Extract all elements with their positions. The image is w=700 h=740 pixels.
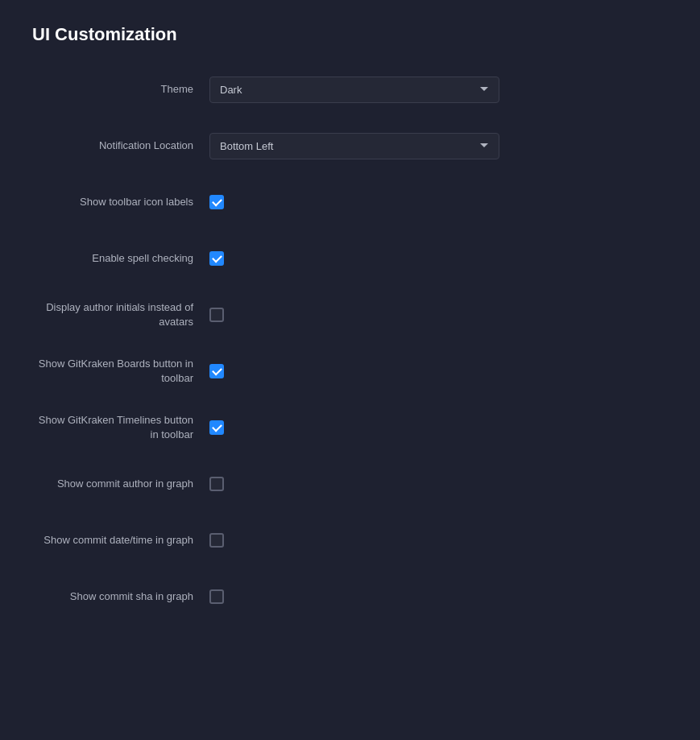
commit-sha-control (209, 589, 532, 604)
commit-datetime-label: Show commit date/time in graph (32, 533, 209, 548)
spell-checking-checkbox-wrapper[interactable] (209, 251, 224, 266)
commit-sha-row: Show commit sha in graph (32, 577, 532, 617)
gitkraken-timelines-control (209, 420, 532, 435)
commit-author-control (209, 477, 532, 491)
author-initials-control (209, 308, 532, 322)
gitkraken-timelines-checkbox-wrapper[interactable] (209, 420, 224, 435)
commit-sha-label: Show commit sha in graph (32, 589, 209, 604)
commit-author-label: Show commit author in graph (32, 477, 209, 491)
gitkraken-boards-control (209, 364, 532, 378)
commit-datetime-checkbox[interactable] (209, 533, 224, 548)
spell-checking-label: Enable spell checking (32, 251, 209, 266)
theme-select[interactable]: Dark Light System Default (209, 76, 499, 103)
author-initials-row: Display author initials instead of avata… (32, 295, 532, 335)
notification-location-label: Notification Location (32, 138, 209, 153)
gitkraken-boards-checkbox[interactable] (209, 364, 224, 378)
theme-row: Theme Dark Light System Default (32, 69, 532, 110)
theme-control: Dark Light System Default (209, 76, 532, 103)
notification-location-control: Bottom Left Bottom Right Top Left Top Ri… (209, 133, 532, 159)
gitkraken-boards-row: Show GitKraken Boards button in toolbar (32, 351, 532, 391)
spell-checking-control (209, 251, 532, 266)
theme-label: Theme (32, 82, 209, 97)
commit-sha-checkbox[interactable] (209, 589, 224, 604)
commit-sha-checkbox-wrapper[interactable] (209, 589, 224, 604)
gitkraken-timelines-row: Show GitKraken Timelines button in toolb… (32, 407, 532, 448)
spell-checking-checkbox[interactable] (209, 251, 224, 266)
author-initials-checkbox-wrapper[interactable] (209, 308, 224, 322)
toolbar-icon-labels-control (209, 195, 532, 209)
author-initials-label: Display author initials instead of avata… (32, 300, 209, 329)
toolbar-icon-labels-label: Show toolbar icon labels (32, 195, 209, 209)
commit-datetime-control (209, 533, 532, 548)
notification-location-row: Notification Location Bottom Left Bottom… (32, 126, 532, 166)
gitkraken-timelines-checkbox[interactable] (209, 420, 224, 435)
toolbar-icon-labels-checkbox[interactable] (209, 195, 224, 209)
commit-author-checkbox-wrapper[interactable] (209, 477, 224, 491)
commit-author-checkbox[interactable] (209, 477, 224, 491)
notification-location-select[interactable]: Bottom Left Bottom Right Top Left Top Ri… (209, 133, 499, 159)
spell-checking-row: Enable spell checking (32, 238, 532, 279)
gitkraken-boards-checkbox-wrapper[interactable] (209, 364, 224, 378)
settings-container: UI Customization Theme Dark Light System… (0, 0, 564, 657)
commit-datetime-checkbox-wrapper[interactable] (209, 533, 224, 548)
gitkraken-timelines-label: Show GitKraken Timelines button in toolb… (32, 413, 209, 442)
toolbar-icon-labels-checkbox-wrapper[interactable] (209, 195, 224, 209)
commit-author-row: Show commit author in graph (32, 464, 532, 504)
page-title: UI Customization (32, 24, 532, 45)
toolbar-icon-labels-row: Show toolbar icon labels (32, 182, 532, 222)
gitkraken-boards-label: Show GitKraken Boards button in toolbar (32, 357, 209, 386)
commit-datetime-row: Show commit date/time in graph (32, 520, 532, 560)
author-initials-checkbox[interactable] (209, 308, 224, 322)
